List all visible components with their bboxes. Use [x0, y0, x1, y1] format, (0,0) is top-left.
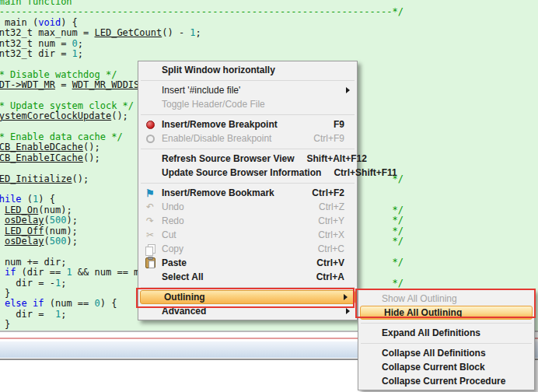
menu-item-insert-remove-breakpoint[interactable]: Insert/Remove BreakpointF9: [138, 117, 357, 131]
menu-separator: [141, 114, 355, 115]
annotation-box-outlining-item: [136, 288, 355, 308]
menu-item-cut: ✂CutCtrl+X: [138, 228, 357, 242]
menu-item-shortcut: Ctrl+A: [316, 271, 346, 282]
scissors-icon: ✂: [146, 230, 154, 240]
menu-item-label: Collapse Current Procedure: [382, 376, 523, 387]
menu-item-split-window-horizontally[interactable]: Split Window horizontally: [138, 63, 357, 77]
redo-icon: ↷: [146, 216, 154, 226]
code-line: *---------------------------------------…: [0, 7, 404, 17]
menu-item-shortcut: Ctrl+C: [318, 243, 346, 254]
menu-item-label: Update Source Browser Information: [162, 167, 334, 178]
menu-item-label: Refresh Source Browser View: [162, 153, 307, 164]
menu-item-undo: ↶UndoCtrl+Z: [138, 200, 357, 214]
menu-item-shortcut: Ctrl+Shift+F11: [334, 167, 398, 178]
menu-item-select-all[interactable]: Select AllCtrl+A: [138, 270, 357, 284]
annotation-box-submenu-items: [355, 289, 536, 318]
menu-item-shortcut: Ctrl+F9: [313, 133, 346, 144]
menu-item-collapse-current-procedure[interactable]: Collapse Current Procedure: [358, 374, 534, 388]
menu-item-label: Undo: [162, 201, 319, 212]
breakpoint-disabled-icon: [146, 135, 155, 143]
menu-item-label: Paste: [162, 257, 316, 268]
menu-item-insert-remove-bookmark[interactable]: ⚑Insert/Remove BookmarkCtrl+F2: [138, 186, 357, 200]
bookmark-flag-icon: ⚑: [145, 188, 155, 198]
submenu-arrow-icon: [346, 308, 350, 314]
menu-separator: [361, 343, 532, 344]
menu-separator: [141, 149, 355, 149]
menu-item-toggle-header-code-file: Toggle Header/Code File: [138, 97, 357, 111]
code-line: int32_t dir = 1;: [0, 49, 404, 59]
menu-item-insert-include-file[interactable]: Insert '#include file': [138, 83, 357, 97]
menu-item-shortcut: Ctrl+Y: [318, 215, 346, 226]
breakpoint-icon: [146, 121, 155, 129]
menu-item-label: Insert/Remove Bookmark: [162, 187, 312, 198]
paste-icon: [145, 257, 155, 268]
editor-context-menu: Split Window horizontallyInsert '#includ…: [138, 61, 358, 320]
menu-item-update-source-browser-information[interactable]: Update Source Browser InformationCtrl+Sh…: [138, 166, 357, 180]
code-line: }: [0, 320, 404, 330]
code-line: int main (void) {: [0, 18, 404, 28]
menu-item-shortcut: Ctrl+Z: [319, 201, 346, 212]
menu-item-redo: ↷RedoCtrl+Y: [138, 214, 357, 228]
menu-item-label: Copy: [162, 243, 318, 254]
menu-item-label: Collapse Current Block: [382, 362, 523, 373]
submenu-arrow-icon: [346, 87, 350, 93]
menu-item-shortcut: Shift+Alt+F12: [307, 153, 369, 164]
menu-item-label: Select All: [162, 271, 316, 282]
menu-item-label: Expand All Definitions: [382, 327, 523, 338]
menu-item-label: Redo: [162, 215, 318, 226]
screen: * main function *-----------------------…: [0, 0, 538, 392]
menu-separator: [141, 183, 355, 184]
menu-item-shortcut: Ctrl+X: [318, 229, 346, 240]
code-line: int32_t num = 0;: [0, 39, 404, 49]
menu-item-collapse-all-definitions[interactable]: Collapse All Definitions: [358, 346, 534, 360]
menu-item-enable-disable-breakpoint: Enable/Disable BreakpointCtrl+F9: [138, 131, 357, 145]
copy-icon: [148, 244, 155, 254]
menu-item-collapse-current-block[interactable]: Collapse Current Block: [358, 360, 534, 374]
code-line: int32_t max_num = LED_GetCount() - 1;: [0, 28, 404, 38]
menu-item-label: Enable/Disable Breakpoint: [162, 133, 313, 144]
menu-item-expand-all-definitions[interactable]: Expand All Definitions: [358, 326, 534, 340]
menu-separator: [361, 323, 532, 324]
menu-item-label: Insert '#include file': [162, 85, 346, 96]
menu-item-shortcut: F9: [334, 119, 346, 130]
menu-item-label: Split Window horizontally: [162, 65, 346, 75]
menu-item-label: Collapse All Definitions: [382, 348, 523, 359]
undo-icon: ↶: [146, 202, 154, 212]
menu-item-refresh-source-browser-view[interactable]: Refresh Source Browser ViewShift+Alt+F12: [138, 152, 357, 166]
menu-item-label: Insert/Remove Breakpoint: [162, 119, 334, 130]
menu-item-shortcut: Ctrl+F2: [312, 187, 346, 198]
menu-item-label: Toggle Header/Code File: [162, 99, 346, 110]
menu-item-label: Cut: [162, 229, 318, 240]
menu-item-shortcut: Ctrl+V: [316, 257, 346, 268]
menu-separator: [141, 80, 355, 81]
menu-item-copy: CopyCtrl+C: [138, 242, 357, 256]
menu-item-paste[interactable]: PasteCtrl+V: [138, 256, 357, 270]
